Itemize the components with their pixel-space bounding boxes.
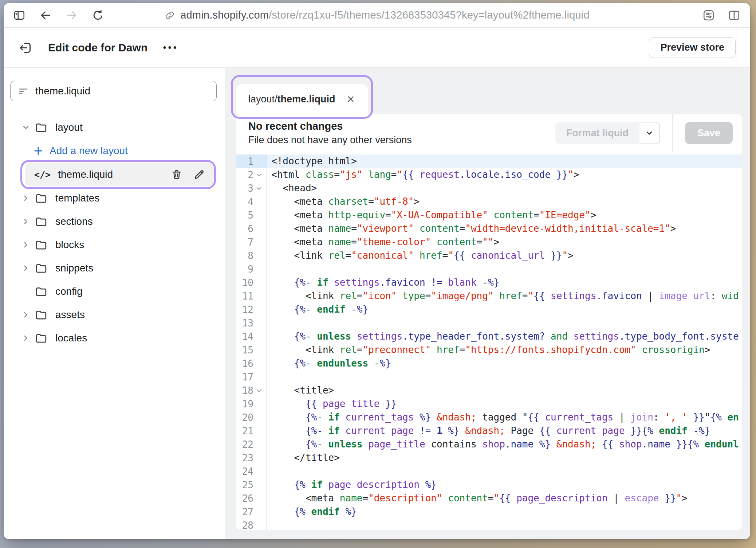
url-domain: admin.shopify.com: [180, 9, 269, 21]
sidebar-item-templates[interactable]: templates: [10, 187, 217, 210]
code-line[interactable]: 21 {%- if current_page != 1 %} &ndash; P…: [236, 424, 742, 438]
code-line[interactable]: 18 <title>: [236, 384, 742, 397]
code-line[interactable]: 13: [236, 316, 742, 330]
code-line[interactable]: 20 {%- if current_tags %} &ndash; tagged…: [236, 411, 742, 424]
more-actions-button[interactable]: •••: [163, 42, 178, 53]
sidebar-item-sections[interactable]: sections: [10, 210, 217, 233]
sidebar-item-theme-liquid[interactable]: </>theme.liquid: [25, 163, 214, 186]
line-gutter: 1: [236, 154, 267, 168]
format-liquid-button[interactable]: Format liquid: [555, 122, 639, 144]
code-line[interactable]: 22 {%- unless page_title contains shop.n…: [236, 438, 742, 451]
folder-icon: [35, 262, 48, 274]
editor-panel: No recent changes File does not have any…: [236, 114, 742, 530]
code-line[interactable]: 16 {%- endunless -%}: [236, 357, 742, 370]
code-line[interactable]: 8 <link rel="canonical" href="{{ canonic…: [236, 249, 742, 262]
line-gutter: 26: [236, 492, 267, 505]
code-line-text: {%- if current_page != 1 %} &ndash; Page…: [267, 424, 710, 438]
chevron-right-icon[interactable]: [21, 217, 31, 226]
browser-settings-icon[interactable]: [702, 9, 715, 22]
code-line-text: <link rel="preconnect" href="https://fon…: [267, 343, 710, 357]
line-number: 17: [236, 372, 253, 383]
tree-item-label: templates: [55, 192, 99, 204]
line-number: 1: [236, 156, 253, 167]
line-number: 19: [236, 399, 253, 410]
code-editor[interactable]: 1<!doctype html>2<html class="js" lang="…: [236, 152, 742, 530]
code-line[interactable]: 4 <meta charset="utf-8">: [236, 195, 742, 208]
rename-file-icon[interactable]: [193, 169, 205, 180]
code-line[interactable]: 9: [236, 262, 742, 276]
code-line-text: [267, 465, 271, 478]
tree-item-label: snippets: [55, 262, 93, 274]
code-line[interactable]: 19 {{ page_title }}: [236, 397, 742, 411]
sidebar-item-layout[interactable]: layout: [10, 116, 217, 139]
exit-editor-icon[interactable]: [18, 40, 33, 55]
code-line-text: {%- unless page_title contains shop.name…: [267, 438, 739, 451]
fold-chevron-icon[interactable]: [253, 185, 264, 192]
chevron-right-icon[interactable]: [21, 240, 31, 250]
line-number: 8: [236, 250, 253, 261]
code-line[interactable]: 17: [236, 370, 742, 384]
format-liquid-split-button: Format liquid: [555, 122, 660, 144]
search-value: theme.liquid: [35, 85, 90, 97]
code-line[interactable]: 12 {%- endif -%}: [236, 303, 742, 316]
line-gutter: 19: [236, 397, 267, 411]
code-line-text: {%- if settings.favicon != blank -%}: [267, 276, 499, 289]
code-line-text: [267, 316, 271, 330]
code-line[interactable]: 1<!doctype html>: [236, 154, 742, 168]
line-number: 24: [236, 466, 253, 477]
save-button[interactable]: Save: [685, 122, 733, 144]
delete-file-icon[interactable]: [171, 169, 182, 180]
chevron-right-icon[interactable]: [21, 263, 31, 273]
code-line[interactable]: 24: [236, 465, 742, 478]
sidebar-toggle-icon[interactable]: [13, 9, 25, 21]
file-search-input[interactable]: theme.liquid: [10, 81, 217, 101]
tab-layout-theme-liquid[interactable]: layout/theme.liquid: [236, 84, 368, 114]
code-line[interactable]: 28: [236, 518, 742, 530]
line-gutter: 25: [236, 478, 267, 492]
reload-icon[interactable]: [92, 9, 104, 21]
line-gutter: 5: [236, 208, 267, 222]
chevron-down-icon[interactable]: [21, 123, 31, 132]
back-icon[interactable]: [39, 9, 52, 21]
chevron-right-icon[interactable]: [21, 333, 31, 343]
code-line[interactable]: 26 <meta name="description" content="{{ …: [236, 492, 742, 505]
line-number: 16: [236, 358, 253, 369]
format-dropdown-arrow[interactable]: [639, 122, 660, 144]
sidebar-item-locales[interactable]: locales: [10, 326, 217, 350]
code-line[interactable]: 14 {%- unless settings.type_header_font.…: [236, 330, 742, 343]
line-gutter: 13: [236, 316, 267, 330]
code-line[interactable]: 2<html class="js" lang="{{ request.local…: [236, 168, 742, 181]
preview-store-button[interactable]: Preview store: [649, 37, 736, 58]
tab-bar: layout/theme.liquid: [225, 68, 750, 114]
address-bar[interactable]: admin.shopify.com/store/rzq1xu-f5/themes…: [164, 3, 590, 27]
sidebar-item-config[interactable]: config: [10, 280, 217, 303]
code-line[interactable]: 11 <link rel="icon" type="image/png" hre…: [236, 289, 742, 303]
code-line[interactable]: 23 </title>: [236, 451, 742, 465]
line-number: 3: [236, 183, 253, 194]
sidebar-item-snippets[interactable]: snippets: [10, 257, 217, 280]
code-line[interactable]: 15 <link rel="preconnect" href="https://…: [236, 343, 742, 357]
fold-chevron-icon[interactable]: [253, 172, 264, 178]
line-number: 13: [236, 318, 253, 329]
fold-chevron-icon[interactable]: [253, 387, 264, 394]
code-line[interactable]: 6 <meta name="viewport" content="width=d…: [236, 222, 742, 235]
sidebar-item-blocks[interactable]: blocks: [10, 233, 217, 257]
forward-icon[interactable]: [66, 9, 78, 21]
code-line[interactable]: 5 <meta http-equiv="X-UA-Compatible" con…: [236, 208, 742, 222]
split-view-icon[interactable]: [728, 9, 741, 22]
line-gutter: 20: [236, 411, 267, 424]
desktop: { "browser": { "url_domain": "admin.shop…: [0, 0, 756, 548]
tab-close-icon[interactable]: [346, 94, 355, 104]
code-line[interactable]: 27 {% endif %}: [236, 505, 742, 518]
line-number: 10: [236, 277, 253, 288]
chevron-right-icon[interactable]: [21, 193, 31, 203]
code-line[interactable]: 3 <head>: [236, 181, 742, 195]
line-number: 4: [236, 196, 253, 207]
code-line[interactable]: 7 <meta name="theme-color" content="">: [236, 235, 742, 249]
sidebar-item-assets[interactable]: assets: [10, 303, 217, 326]
code-line-text: <meta http-equiv="X-UA-Compatible" conte…: [267, 208, 596, 222]
code-line[interactable]: 25 {% if page_description %}: [236, 478, 742, 492]
code-line[interactable]: 10 {%- if settings.favicon != blank -%}: [236, 276, 742, 289]
add-new-layout-button[interactable]: Add a new layout: [10, 139, 217, 163]
chevron-right-icon[interactable]: [21, 310, 31, 320]
